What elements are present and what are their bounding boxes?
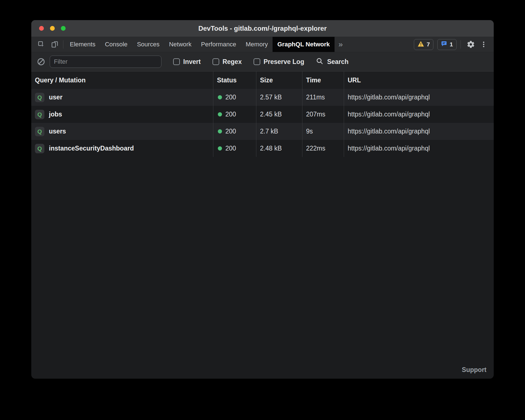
status-code: 200	[225, 145, 236, 152]
zoom-button[interactable]	[61, 26, 66, 31]
regex-checkbox-group[interactable]: Regex	[213, 58, 242, 66]
url-cell: https://gitlab.com/api/graphql	[344, 123, 494, 140]
invert-checkbox[interactable]	[173, 58, 180, 65]
toolbar-divider	[63, 40, 63, 49]
settings-gear-icon[interactable]	[466, 40, 475, 49]
status-ok-dot-icon	[218, 95, 222, 99]
table-header-row: Query / Mutation Status Size Time URL	[31, 71, 494, 89]
minimize-button[interactable]	[50, 26, 55, 31]
status-cell: 200	[213, 140, 256, 157]
invert-checkbox-group[interactable]: Invert	[173, 58, 201, 66]
operation-name: instanceSecurityDashboard	[49, 145, 134, 152]
query-cell: Q jobs	[31, 106, 213, 123]
warning-icon	[417, 41, 424, 48]
traffic-lights	[39, 26, 66, 31]
filter-toolbar: Invert Regex Preserve Log Search	[31, 52, 494, 71]
regex-checkbox[interactable]	[213, 58, 219, 65]
support-link[interactable]: Support	[462, 366, 486, 374]
tab-sources[interactable]: Sources	[132, 37, 164, 52]
table-row[interactable]: Q user 200 2.57 kB 211ms https://gitlab.…	[31, 89, 494, 106]
tab-console[interactable]: Console	[100, 37, 132, 52]
size-cell: 2.45 kB	[256, 106, 302, 123]
time-cell: 207ms	[302, 106, 344, 123]
issues-count: 1	[450, 41, 453, 48]
query-type-badge: Q	[35, 144, 44, 153]
regex-label: Regex	[223, 58, 242, 66]
devtools-tabbar: Elements Console Sources Network Perform…	[31, 37, 494, 52]
tab-memory[interactable]: Memory	[241, 37, 273, 52]
operation-name: users	[49, 128, 66, 135]
operation-name: user	[49, 94, 63, 101]
time-cell: 9s	[302, 123, 344, 140]
search-label: Search	[327, 58, 349, 66]
tabbar-right-tools: 7 1	[414, 37, 494, 52]
request-url: https://gitlab.com/api/graphql	[348, 111, 430, 118]
device-toolbar-icon[interactable]	[50, 40, 59, 49]
invert-label: Invert	[183, 58, 201, 66]
operation-name: jobs	[49, 111, 62, 118]
column-header-size[interactable]: Size	[256, 71, 302, 89]
request-url: https://gitlab.com/api/graphql	[348, 94, 430, 101]
close-button[interactable]	[39, 26, 44, 31]
table-row[interactable]: Q users 200 2.7 kB 9s https://gitlab.com…	[31, 123, 494, 140]
status-ok-dot-icon	[218, 112, 222, 116]
column-header-url[interactable]: URL	[344, 71, 494, 89]
table-row[interactable]: Q jobs 200 2.45 kB 207ms https://gitlab.…	[31, 106, 494, 123]
column-header-query-mutation[interactable]: Query / Mutation	[31, 71, 213, 89]
status-ok-dot-icon	[218, 129, 222, 133]
warnings-badge[interactable]: 7	[414, 39, 434, 50]
preserve-log-label: Preserve Log	[264, 58, 304, 66]
window-title: DevTools - gitlab.com/-/graphql-explorer	[31, 25, 494, 32]
filter-input[interactable]	[50, 56, 161, 68]
more-tabs-chevron-icon[interactable]: »	[335, 37, 347, 52]
panel-tabs: Elements Console Sources Network Perform…	[65, 37, 335, 52]
status-cell: 200	[213, 106, 256, 123]
time-cell: 222ms	[302, 140, 344, 157]
preserve-log-checkbox-group[interactable]: Preserve Log	[254, 58, 304, 66]
table-row[interactable]: Q instanceSecurityDashboard 200 2.48 kB …	[31, 140, 494, 157]
url-cell: https://gitlab.com/api/graphql	[344, 106, 494, 123]
request-url: https://gitlab.com/api/graphql	[348, 128, 430, 135]
clear-block-icon[interactable]	[37, 58, 45, 66]
column-header-time[interactable]: Time	[302, 71, 344, 89]
titlebar: DevTools - gitlab.com/-/graphql-explorer	[31, 20, 494, 37]
size-cell: 2.57 kB	[256, 89, 302, 106]
more-options-kebab-icon[interactable]	[479, 40, 488, 49]
status-cell: 200	[213, 89, 256, 106]
devtools-window: DevTools - gitlab.com/-/graphql-explorer…	[31, 20, 494, 379]
issues-badge[interactable]: 1	[437, 39, 457, 50]
status-code: 200	[225, 94, 236, 101]
size-cell: 2.48 kB	[256, 140, 302, 157]
query-type-badge: Q	[35, 93, 44, 102]
status-cell: 200	[213, 123, 256, 140]
tab-network[interactable]: Network	[164, 37, 196, 52]
warning-count: 7	[427, 41, 430, 48]
query-cell: Q user	[31, 89, 213, 106]
url-cell: https://gitlab.com/api/graphql	[344, 140, 494, 157]
query-cell: Q users	[31, 123, 213, 140]
right-tools-divider	[460, 40, 461, 49]
inspect-element-icon[interactable]	[37, 40, 46, 49]
message-bubble-icon	[441, 41, 447, 48]
tab-performance[interactable]: Performance	[196, 37, 241, 52]
query-type-badge: Q	[35, 110, 44, 119]
column-header-status[interactable]: Status	[213, 71, 256, 89]
query-type-badge: Q	[35, 127, 44, 136]
tool-icons	[31, 37, 63, 52]
status-code: 200	[225, 111, 236, 118]
status-code: 200	[225, 128, 236, 135]
search-control[interactable]: Search	[316, 57, 349, 66]
url-cell: https://gitlab.com/api/graphql	[344, 89, 494, 106]
query-cell: Q instanceSecurityDashboard	[31, 140, 213, 157]
tab-graphql-network[interactable]: GraphQL Network	[273, 37, 335, 52]
status-ok-dot-icon	[218, 146, 222, 151]
request-url: https://gitlab.com/api/graphql	[348, 145, 430, 152]
preserve-log-checkbox[interactable]	[254, 58, 260, 65]
tab-elements[interactable]: Elements	[65, 37, 100, 52]
size-cell: 2.7 kB	[256, 123, 302, 140]
time-cell: 211ms	[302, 89, 344, 106]
search-icon	[316, 57, 324, 66]
